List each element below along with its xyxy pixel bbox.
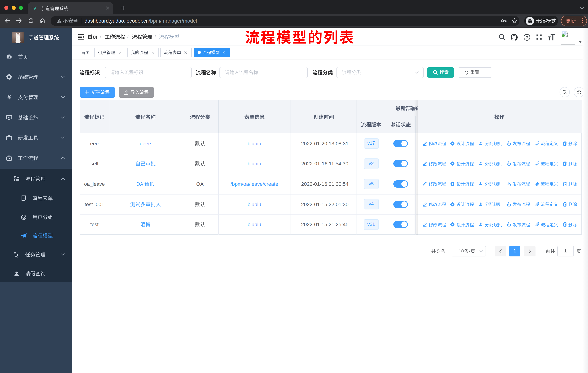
svg-text:?: ? bbox=[525, 35, 528, 40]
